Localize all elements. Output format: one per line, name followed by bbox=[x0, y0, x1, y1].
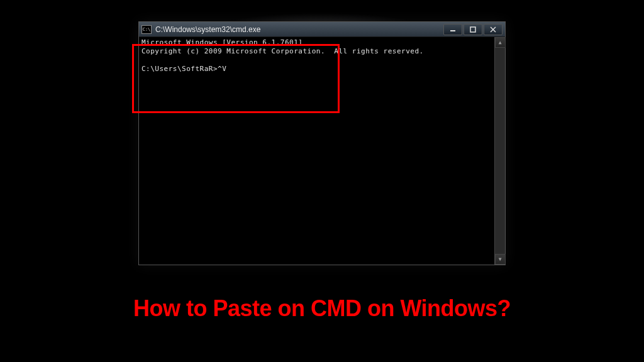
terminal-line-copyright: Copyright (c) 2009 Microsoft Corporation… bbox=[142, 47, 502, 56]
scroll-down-button[interactable]: ▼ bbox=[495, 254, 506, 265]
minimize-icon bbox=[450, 26, 456, 33]
scroll-up-button[interactable]: ▲ bbox=[495, 37, 506, 48]
cmd-icon: C:\ bbox=[142, 25, 152, 34]
scrollbar[interactable]: ▲ ▼ bbox=[494, 37, 505, 265]
maximize-button[interactable] bbox=[464, 24, 482, 35]
minimize-button[interactable] bbox=[443, 24, 462, 35]
terminal-line-version: Microsoft Windows [Version 6.1.7601] bbox=[142, 38, 502, 47]
close-icon bbox=[490, 26, 496, 33]
titlebar[interactable]: C:\ C:\Windows\system32\cmd.exe bbox=[139, 22, 505, 37]
terminal-body[interactable]: Microsoft Windows [Version 6.1.7601] Cop… bbox=[139, 37, 505, 265]
chevron-down-icon: ▼ bbox=[499, 256, 502, 262]
maximize-icon bbox=[470, 26, 476, 33]
caption-text: How to Paste on CMD on Windows? bbox=[0, 295, 644, 322]
window-controls bbox=[443, 24, 502, 35]
close-button[interactable] bbox=[484, 24, 502, 35]
cmd-window: C:\ C:\Windows\system32\cmd.exe Microsof… bbox=[138, 21, 506, 265]
window-title: C:\Windows\system32\cmd.exe bbox=[155, 25, 443, 34]
svg-rect-1 bbox=[470, 27, 475, 32]
chevron-up-icon: ▲ bbox=[499, 40, 502, 45]
terminal-prompt: C:\Users\SoftRaR>^V bbox=[142, 65, 502, 74]
